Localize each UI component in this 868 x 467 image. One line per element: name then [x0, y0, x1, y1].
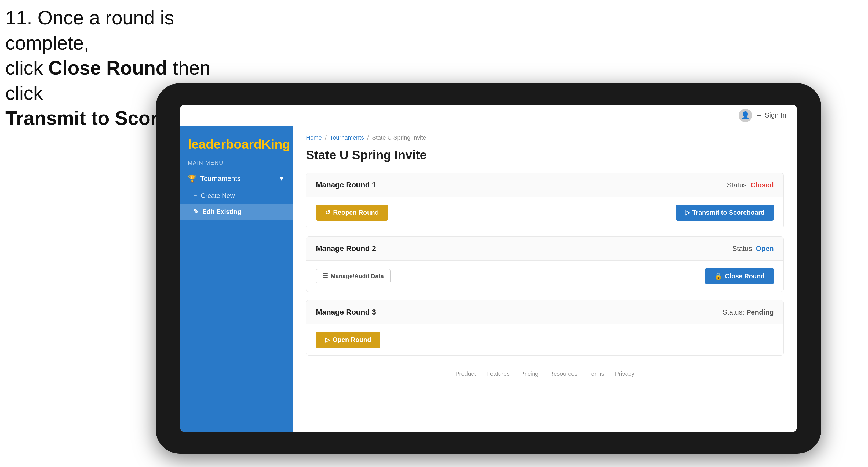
breadcrumb-home[interactable]: Home: [306, 134, 322, 141]
round-1-header: Manage Round 1 Status: Closed: [306, 173, 783, 197]
transmit-to-scoreboard-button[interactable]: ▷ Transmit to Scoreboard: [676, 205, 774, 221]
round-3-title: Manage Round 3: [316, 308, 376, 316]
round-1-title: Manage Round 1: [316, 181, 376, 189]
lock-icon: 🔒: [714, 272, 722, 280]
user-avatar: 👤: [739, 109, 752, 122]
app-logo: leaderboardKing: [188, 137, 284, 152]
round-2-body: ☰ Manage/Audit Data 🔒 Close Round: [306, 260, 783, 292]
breadcrumb-current: State U Spring Invite: [372, 134, 426, 141]
reopen-icon: ↺: [325, 209, 331, 216]
footer-features[interactable]: Features: [486, 370, 510, 377]
sidebar-sub-items: + Create New ✎ Edit Existing: [180, 188, 292, 220]
logo-area: leaderboardKing: [180, 131, 292, 160]
footer-pricing[interactable]: Pricing: [520, 370, 538, 377]
transmit-icon: ▷: [685, 209, 690, 216]
round-1-section: Manage Round 1 Status: Closed ↺ Reopen R…: [306, 173, 784, 228]
chevron-down-icon: ▼: [279, 175, 284, 182]
edit-icon: ✎: [193, 208, 198, 216]
main-menu-label: MAIN MENU: [180, 160, 292, 169]
logo-plain: leaderboard: [188, 137, 262, 151]
create-new-label: Create New: [201, 192, 235, 199]
audit-icon: ☰: [322, 273, 328, 280]
round-1-status: Status: Closed: [727, 181, 774, 189]
footer-resources[interactable]: Resources: [549, 370, 577, 377]
trophy-icon: 🏆: [188, 175, 196, 183]
content-area: Home / Tournaments / State U Spring Invi…: [292, 126, 797, 432]
reopen-round-button[interactable]: ↺ Reopen Round: [316, 205, 388, 221]
footer: Product Features Pricing Resources Terms…: [306, 364, 784, 384]
round-3-status: Status: Pending: [722, 308, 774, 316]
page-title: State U Spring Invite: [306, 148, 784, 162]
sidebar-item-create-new[interactable]: + Create New: [180, 188, 292, 204]
footer-terms[interactable]: Terms: [588, 370, 604, 377]
close-round-button[interactable]: 🔒 Close Round: [705, 268, 774, 284]
breadcrumb: Home / Tournaments / State U Spring Invi…: [306, 134, 784, 141]
open-icon: ▷: [325, 336, 330, 344]
sidebar: leaderboardKing MAIN MENU 🏆 Tournaments …: [180, 126, 292, 432]
open-round-button[interactable]: ▷ Open Round: [316, 332, 380, 348]
round-3-body: ▷ Open Round: [306, 324, 783, 355]
tournaments-label: Tournaments: [200, 175, 241, 183]
round-2-status: Status: Open: [732, 245, 774, 253]
round-2-title: Manage Round 2: [316, 244, 376, 253]
edit-existing-label: Edit Existing: [203, 208, 241, 216]
top-bar: 👤 → Sign In: [180, 105, 797, 126]
round-2-section: Manage Round 2 Status: Open ☰ Manage/Aud…: [306, 237, 784, 292]
round-1-body: ↺ Reopen Round ▷ Transmit to Scoreboard: [306, 197, 783, 228]
footer-product[interactable]: Product: [455, 370, 475, 377]
sign-in-area[interactable]: 👤 → Sign In: [739, 109, 786, 122]
breadcrumb-tournaments[interactable]: Tournaments: [330, 134, 364, 141]
round-3-header: Manage Round 3 Status: Pending: [306, 300, 783, 324]
round-2-header: Manage Round 2 Status: Open: [306, 237, 783, 260]
round-3-status-value: Pending: [746, 308, 774, 316]
sidebar-item-tournaments[interactable]: 🏆 Tournaments ▼: [180, 169, 292, 188]
plus-icon: +: [193, 192, 197, 199]
tablet-screen: 👤 → Sign In leaderboardKing MAIN MENU 🏆 …: [180, 105, 797, 432]
footer-privacy[interactable]: Privacy: [615, 370, 634, 377]
sidebar-item-edit-existing[interactable]: ✎ Edit Existing: [180, 204, 292, 220]
tablet-device: 👤 → Sign In leaderboardKing MAIN MENU 🏆 …: [156, 83, 821, 454]
logo-bold: King: [262, 137, 290, 151]
round-1-status-value: Closed: [750, 181, 774, 189]
round-3-section: Manage Round 3 Status: Pending ▷ Open Ro…: [306, 300, 784, 355]
manage-audit-button[interactable]: ☰ Manage/Audit Data: [316, 269, 391, 283]
round-2-status-value: Open: [756, 245, 774, 253]
sign-in-label[interactable]: → Sign In: [756, 111, 786, 119]
